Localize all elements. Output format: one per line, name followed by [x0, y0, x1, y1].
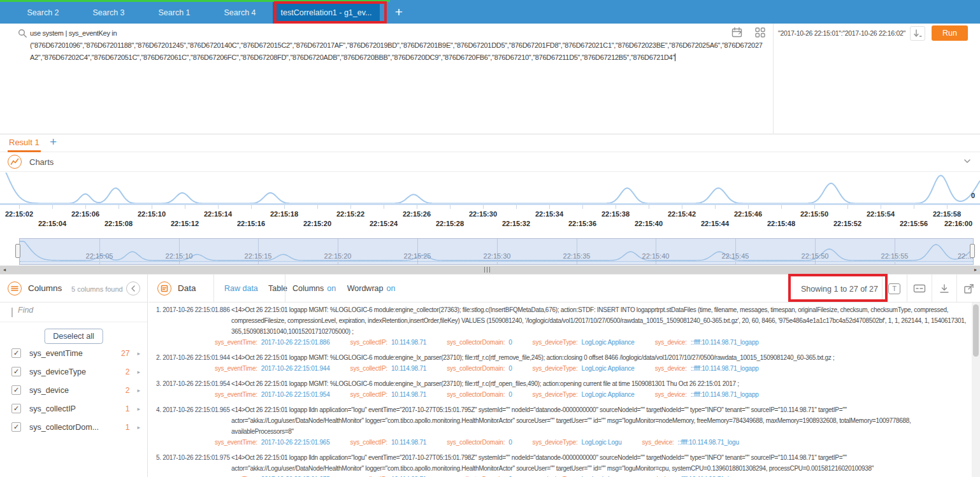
collapse-panel-icon[interactable] — [126, 281, 140, 295]
tab-search-1[interactable]: Search 1 — [141, 2, 207, 24]
column-name: sys_eventTime — [29, 349, 115, 358]
log-field-key: sys_deviceType: — [533, 391, 578, 398]
column-item-sys-collectip[interactable]: ✓sys_collectIP1▸ — [0, 399, 148, 418]
chevron-right-icon[interactable]: ▸ — [137, 369, 140, 375]
x-axis-tick — [350, 205, 351, 209]
column-name: sys_collectIP — [29, 404, 115, 413]
text-size-button[interactable]: T — [882, 274, 907, 303]
columns-toggle-state: on — [327, 284, 336, 293]
checkbox-checked-icon[interactable]: ✓ — [11, 404, 21, 413]
add-result-tab-button[interactable]: + — [50, 135, 57, 149]
columns-found-count: 5 columns found — [71, 285, 123, 293]
column-count: 2 — [115, 367, 129, 376]
log-field-key: sys_collectIP: — [350, 365, 387, 372]
open-external-button[interactable] — [956, 274, 980, 303]
divider — [773, 24, 774, 134]
log-field-value: 0 — [508, 391, 512, 398]
checkbox-checked-icon[interactable]: ✓ — [11, 367, 21, 376]
calendar-icon[interactable] — [731, 27, 744, 39]
timeline-brush[interactable]: 22:15:0522:15:1022:15:1522:15:2022:15:25… — [0, 238, 980, 265]
log-field: sys_device:::ffff:10.114.98.71_logapp — [655, 391, 759, 398]
run-button[interactable]: Run — [932, 25, 968, 41]
scrollbar-grip[interactable] — [484, 267, 491, 273]
chevron-right-icon[interactable]: ▸ — [137, 406, 140, 412]
tab-testcorrelation1-g1-ev[interactable]: testCorrelation1 - g1_ev... — [273, 2, 380, 24]
log-row-timestamp: 1. 2017-10-26 22:15:01.886 — [156, 304, 230, 315]
row-details-button[interactable] — [907, 274, 932, 303]
brush-tick-label: 22:15:05 — [86, 252, 113, 260]
x-axis-tick — [52, 205, 53, 209]
log-field: sys_eventTime:2017-10-26 22:15:01.954 — [215, 391, 330, 398]
column-item-sys-device[interactable]: ✓sys_device2▸ — [0, 381, 148, 399]
tab-raw-data[interactable]: Raw data — [224, 284, 258, 293]
new-search-tab-button[interactable]: + — [390, 3, 408, 23]
x-axis-tick — [748, 205, 749, 209]
log-fields: sys_eventTime:2017-10-26 22:15:01.975sys… — [215, 474, 969, 477]
log-field-key: sys_eventTime: — [215, 439, 257, 446]
timeline-chart[interactable] — [0, 173, 980, 206]
x-axis-tick — [649, 205, 649, 209]
log-fields: sys_eventTime:2017-10-26 22:15:01.965sys… — [215, 437, 969, 448]
x-tick-labels-row1: 22:15:0222:15:0622:15:1022:15:1422:15:18… — [0, 210, 980, 219]
column-count: 2 — [115, 386, 129, 395]
x-tick-label: 22:15:34 — [535, 210, 563, 218]
column-count: 1 — [115, 423, 129, 432]
scroll-right-arrow-icon[interactable]: ▸ — [971, 266, 980, 274]
x-tick-label: 22:15:26 — [403, 210, 431, 218]
x-tick-label: 22:15:16 — [237, 220, 265, 227]
checkbox-checked-icon[interactable]: ✓ — [11, 385, 21, 395]
scrollbar-thumb[interactable] — [973, 304, 979, 357]
log-row-timestamp: 5. 2017-10-26 22:15:01.975 — [156, 452, 230, 463]
vertical-scrollbar[interactable] — [972, 303, 980, 477]
horizontal-scrollbar[interactable]: ◂ ▸ — [0, 266, 980, 274]
download-button[interactable] — [932, 274, 956, 303]
x-tick-label: 22:15:28 — [436, 220, 464, 227]
log-field-key: sys_deviceType: — [533, 365, 578, 372]
log-field-key: sys_collectorDomain: — [447, 339, 505, 346]
tab-search-4[interactable]: Search 4 — [207, 2, 273, 24]
chevron-right-icon[interactable]: ▸ — [137, 350, 140, 357]
log-field: sys_deviceType:LogLogic Logu — [533, 439, 622, 446]
tab-search-3[interactable]: Search 3 — [76, 2, 141, 24]
log-field-key: sys_eventTime: — [215, 391, 257, 398]
brush-tick-label: 22:15:15 — [245, 252, 272, 260]
raw-data-list[interactable]: 1. 2017-10-26 22:15:01.886<14>Oct 26 22:… — [148, 303, 971, 477]
collapse-charts-icon[interactable] — [963, 159, 971, 164]
columns-toggle[interactable]: Columnson — [292, 284, 336, 293]
x-tick-label: 22:15:02 — [5, 210, 33, 218]
checkbox-checked-icon[interactable]: ✓ — [11, 348, 21, 358]
column-item-sys-devicetype[interactable]: ✓sys_deviceType2▸ — [0, 362, 148, 381]
brush-handle-left[interactable] — [15, 244, 20, 258]
columns-panel-header: Columns 5 columns found — [0, 274, 147, 303]
column-item-sys-eventtime[interactable]: ✓sys_eventTime27▸ — [0, 344, 148, 362]
log-field: sys_deviceType:LogLogic Appliance — [533, 339, 635, 346]
charts-section-title: Charts — [29, 157, 54, 167]
scroll-left-arrow-icon[interactable]: ◂ — [0, 266, 9, 274]
log-row-timestamp: 4. 2017-10-26 22:15:01.965 — [156, 404, 230, 415]
x-tick-label: 22:15:48 — [767, 220, 795, 227]
tab-result-1[interactable]: Result 1 — [9, 138, 40, 147]
wordwrap-toggle[interactable]: Wordwrapon — [347, 284, 396, 293]
charts-section-header[interactable]: Charts — [0, 152, 980, 172]
chevron-right-icon[interactable]: ▸ — [137, 387, 140, 394]
brush-handle-right[interactable] — [970, 244, 975, 258]
time-picker-button[interactable] — [910, 26, 925, 41]
tab-search-2[interactable]: Search 2 — [10, 2, 76, 24]
columns-panel: Columns 5 columns found Deselect all ✓sy… — [0, 274, 148, 477]
column-item-sys-collectordom[interactable]: ✓sys_collectorDom...1▸ — [0, 418, 148, 436]
query-input[interactable]: use system | sys_eventKey in ("876D67201… — [30, 27, 766, 64]
log-field: sys_eventTime:2017-10-26 22:15:01.944 — [215, 365, 330, 372]
tab-strip: Search 2Search 3Search 1Search 4testCorr… — [10, 2, 380, 24]
brush-baseline — [20, 261, 973, 262]
x-axis-tick — [483, 205, 484, 209]
text-caret — [675, 53, 675, 61]
apps-grid-icon[interactable] — [754, 27, 767, 39]
x-axis-tick — [218, 205, 219, 209]
time-range-input[interactable]: "2017-10-26 22:15:01":"2017-10-26 22:16:… — [778, 29, 908, 37]
log-message: <14>Oct 26 22:15:01 logapp lldn applicat… — [231, 452, 969, 474]
chevron-right-icon[interactable]: ▸ — [137, 424, 140, 431]
find-input[interactable] — [18, 306, 133, 315]
deselect-all-button[interactable]: Deselect all — [44, 329, 103, 344]
brush-selection[interactable]: 22:15:0522:15:1022:15:1522:15:2022:15:25… — [19, 238, 974, 265]
checkbox-checked-icon[interactable]: ✓ — [11, 422, 21, 432]
